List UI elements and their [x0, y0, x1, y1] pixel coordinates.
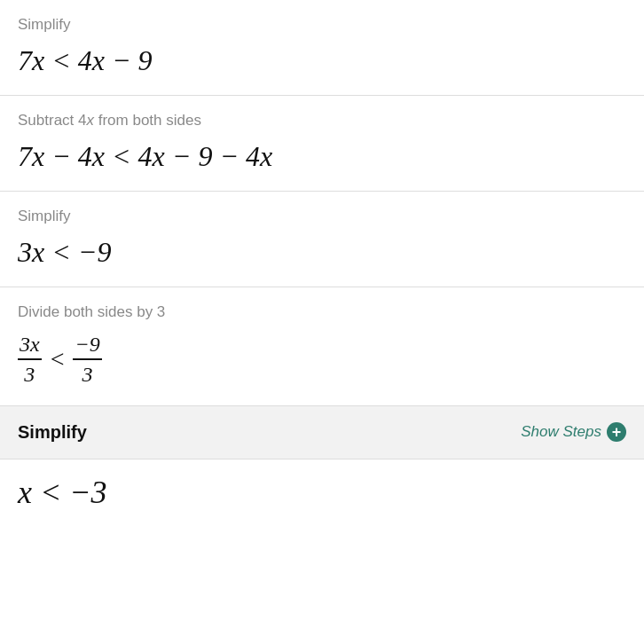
step-1-expr: 7x < 4x − 9	[18, 41, 626, 79]
step-3-expr: 3x < −9	[18, 232, 626, 271]
step-4-block: Divide both sides by 3 3x 3 < −9 3	[0, 287, 644, 406]
show-steps-button[interactable]: Show Steps +	[521, 422, 626, 442]
step-4-label: Divide both sides by 3	[18, 303, 626, 321]
step-2-block: Subtract 4x from both sides 7x − 4x < 4x…	[0, 96, 644, 192]
final-expr: x < −3	[0, 459, 644, 518]
step-1-label: Simplify	[18, 16, 626, 34]
highlighted-title: Simplify	[18, 422, 87, 443]
highlighted-header: Simplify Show Steps +	[18, 422, 626, 443]
frac-right: −9 3	[73, 332, 101, 388]
show-steps-plus-icon: +	[607, 422, 626, 442]
step-4-expr: 3x 3 < −9 3	[18, 328, 626, 389]
highlighted-step-block: Simplify Show Steps +	[0, 406, 644, 459]
step-3-block: Simplify 3x < −9	[0, 192, 644, 287]
step-1-block: Simplify 7x < 4x − 9	[0, 0, 644, 96]
frac-left: 3x 3	[18, 332, 42, 388]
step-2-expr: 7x − 4x < 4x − 9 − 4x	[18, 137, 626, 175]
show-steps-label: Show Steps	[521, 423, 601, 441]
step-3-label: Simplify	[18, 208, 626, 225]
step-2-label: Subtract 4x from both sides	[18, 112, 626, 130]
